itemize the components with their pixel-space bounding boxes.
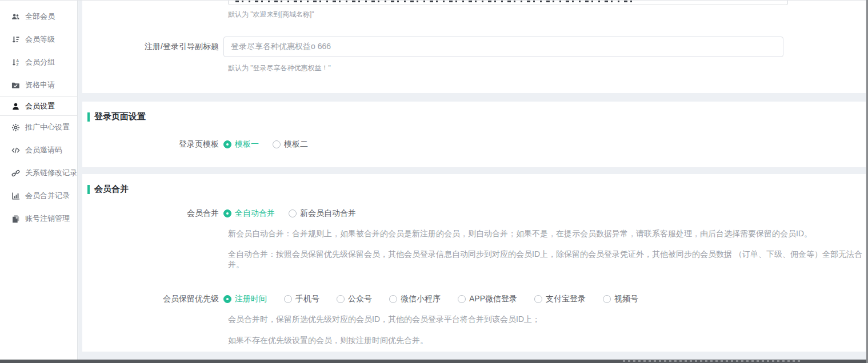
bottom-cutoff-bar	[0, 360, 868, 363]
sidebar-item-label: 会员等级	[25, 34, 55, 45]
merge-mode-row: 会员合并 全自动合并 新会员自动合并	[82, 208, 866, 219]
sidebar-item-label: 推广中心设置	[25, 122, 70, 132]
folder-check-icon	[11, 81, 20, 90]
guide-title-hint: 默认为 "欢迎来到[商城名称]"	[228, 10, 866, 19]
sidebar-item-member-levels[interactable]: 会员等级	[0, 28, 77, 51]
priority-row: 会员保留优先级 注册时间 手机号 公众号 微信小程序	[82, 294, 866, 304]
login-template-row: 登录页模板 模板一 模板二	[82, 139, 866, 150]
merge-desc-1: 新会员自动合并：合并规则上，如果被合并的会员是新注册的会员，则自动合并；如果不是…	[228, 229, 866, 239]
sidebar-item-member-settings[interactable]: 会员设置	[0, 96, 77, 116]
sidebar-item-member-groups[interactable]: AZ 会员分组	[0, 51, 77, 74]
sidebar-item-label: 关系链修改记录	[25, 168, 77, 178]
radio-priority-app-wechat-login[interactable]: APP微信登录	[458, 294, 517, 304]
sidebar-item-relation-chain-log[interactable]: 关系链修改记录	[0, 162, 77, 184]
subtitle-hint: 默认为 "登录尽享各种优惠权益！"	[228, 63, 866, 73]
member-merge-title: 会员合并	[82, 184, 866, 195]
sidebar-item-label: 全部会员	[25, 11, 55, 22]
login-page-settings-title: 登录页面设置	[82, 111, 866, 122]
radio-template-two[interactable]: 模板二	[273, 139, 308, 150]
priority-desc-2: 如果不存在优先级设置的会员，则按注册时间优先合并。	[228, 336, 866, 346]
radio-icon	[284, 295, 292, 303]
sidebar-item-all-members[interactable]: 全部会员	[0, 5, 77, 28]
section-accent-bar	[87, 112, 90, 122]
file-copy-icon	[11, 215, 20, 223]
main-content: 默认为 "欢迎来到[商城名称]" 注册/登录引导副标题 默认为 "登录尽享各种优…	[78, 1, 866, 360]
top-border	[0, 0, 868, 1]
gear-icon	[11, 123, 20, 132]
radio-new-member-auto-merge[interactable]: 新会员自动合并	[289, 208, 356, 219]
sort-numeric-down-icon	[11, 35, 20, 44]
radio-icon	[458, 295, 466, 303]
radio-priority-phone[interactable]: 手机号	[284, 294, 319, 304]
sidebar-item-label: 会员合并记录	[25, 191, 70, 201]
radio-icon	[223, 209, 231, 217]
radio-icon	[289, 209, 297, 217]
svg-text:A: A	[16, 58, 19, 62]
radio-priority-official-account[interactable]: 公众号	[337, 294, 372, 304]
radio-priority-alipay-login[interactable]: 支付宝登录	[534, 294, 586, 304]
section-accent-bar	[87, 185, 90, 194]
sidebar: 全部会员 会员等级 AZ 会员分组 资格申请 会员设置	[0, 1, 78, 360]
sidebar-item-label: 账号注销管理	[25, 213, 70, 224]
user-icon	[11, 102, 20, 111]
subtitle-input[interactable]	[223, 37, 783, 57]
sidebar-item-account-cancellation[interactable]: 账号注销管理	[0, 207, 77, 230]
sidebar-item-label: 资格申请	[25, 80, 55, 90]
member-settings-page: 全部会员 会员等级 AZ 会员分组 资格申请 会员设置	[0, 0, 868, 363]
member-merge-card: 会员合并 会员合并 全自动合并 新会员自动合并 新会员自动合并：合并规则上，如果…	[82, 174, 866, 352]
radio-icon	[273, 140, 281, 148]
login-page-settings-card: 登录页面设置 登录页模板 模板一 模板二	[82, 102, 866, 167]
code-icon	[11, 146, 20, 155]
radio-priority-video-account[interactable]: 视频号	[603, 294, 638, 304]
merge-mode-label: 会员合并	[82, 208, 223, 219]
subtitle-label: 注册/登录引导副标题	[82, 42, 223, 52]
sidebar-item-label: 会员分组	[25, 57, 55, 67]
sort-alpha-down-icon: AZ	[11, 58, 20, 67]
sidebar-item-label: 会员设置	[25, 101, 55, 111]
priority-label: 会员保留优先级	[82, 294, 223, 304]
sidebar-item-promotion-center-settings[interactable]: 推广中心设置	[0, 116, 77, 139]
radio-icon	[223, 140, 231, 148]
sidebar-item-member-merge-log[interactable]: 会员合并记录	[0, 184, 77, 207]
guide-title-input-cutoff[interactable]	[228, 1, 788, 5]
radio-full-auto-merge[interactable]: 全自动合并	[223, 208, 275, 219]
radio-icon	[337, 295, 345, 303]
login-template-label: 登录页模板	[82, 139, 223, 150]
radio-icon	[223, 295, 231, 303]
radio-priority-register-time[interactable]: 注册时间	[223, 294, 267, 304]
sidebar-item-label: 会员邀请码	[25, 145, 62, 155]
sidebar-item-member-invite-code[interactable]: 会员邀请码	[0, 139, 77, 162]
svg-text:Z: Z	[16, 62, 18, 66]
radio-icon	[534, 295, 542, 303]
radio-priority-wechat-miniprogram[interactable]: 微信小程序	[389, 294, 441, 304]
merge-desc-2: 全自动合并：按照会员保留优先级保留会员，其他会员登录信息自动同步到对应的会员ID…	[228, 249, 866, 270]
sidebar-item-qualification-apply[interactable]: 资格申请	[0, 74, 77, 96]
guide-text-card: 默认为 "欢迎来到[商城名称]" 注册/登录引导副标题 默认为 "登录尽享各种优…	[82, 1, 866, 93]
bar-chart-icon	[11, 192, 20, 200]
radio-icon	[389, 295, 397, 303]
priority-desc-1: 会员合并时，保留所选优先级对应的会员ID，其他的会员登录平台将合并到该会员ID上…	[228, 314, 866, 325]
link-icon	[11, 169, 20, 178]
users-icon	[11, 13, 20, 21]
radio-icon	[603, 295, 611, 303]
subtitle-row: 注册/登录引导副标题	[82, 37, 866, 57]
radio-template-one[interactable]: 模板一	[223, 139, 259, 150]
